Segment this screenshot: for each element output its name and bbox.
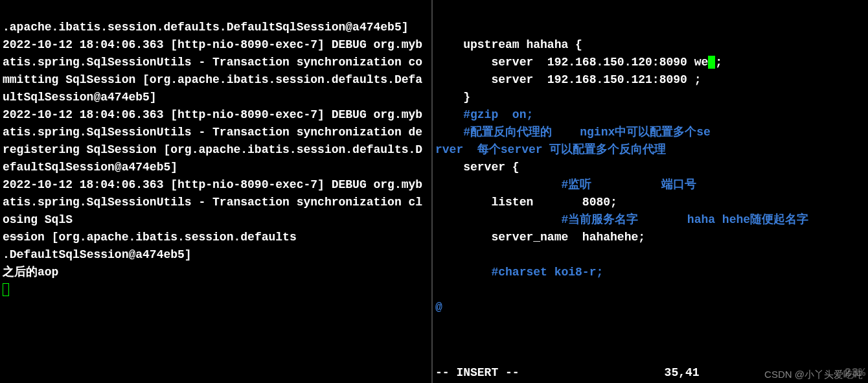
comment-line: #gzip on; — [435, 108, 533, 121]
config-line: ; — [715, 56, 722, 69]
vim-position: 35,41 — [665, 364, 700, 382]
watermark-text: CSDN @小丫头爱吃吨 — [764, 367, 863, 382]
config-line: server 192.168.150.120:8090 we — [435, 56, 708, 69]
config-line: listen 8080; — [435, 196, 617, 209]
comment-line: #配置反向代理的 nginx中可以配置多个se — [435, 126, 711, 139]
log-text: e — [3, 231, 10, 244]
terminal-left-pane[interactable]: .apache.ibatis.session.defaults.DefaultS… — [0, 0, 433, 383]
vim-file-marker: @ — [435, 301, 442, 314]
log-entry: 2022-10-12 18:04:06.363 [http-nio-8090-e… — [3, 108, 422, 174]
log-text: ion [org.apache.ibatis.session.defaults — [23, 231, 296, 244]
footer-text: 之后的aop — [3, 266, 58, 279]
log-text: .D — [3, 248, 17, 261]
vim-mode: -- INSERT -- — [435, 364, 520, 382]
comment-line: rver 每个server 可以配置多个反向代理 — [435, 143, 666, 156]
terminal-right-pane[interactable]: upstream hahaha { server 192.168.150.120… — [433, 0, 868, 383]
log-text: e — [17, 248, 24, 261]
comment-line: #监听 端口号 — [435, 178, 696, 191]
log-text: ss — [10, 231, 24, 244]
config-line: upstream hahaha { — [435, 38, 582, 51]
config-line: server_name hahahehe; — [435, 231, 645, 244]
config-line: } — [435, 91, 470, 104]
cursor-icon — [3, 283, 9, 296]
comment-line: #当前服务名字 haha hehe随便起名字 — [435, 213, 808, 226]
log-text: .apache.ibatis.session.defaults.DefaultS… — [3, 21, 409, 34]
log-entry: 2022-10-12 18:04:06.363 [http-nio-8090-e… — [3, 178, 422, 226]
comment-line: #charset koi8-r; — [435, 266, 603, 279]
config-line: server { — [435, 161, 520, 174]
log-text: faultSqlSession@a474eb5] — [23, 248, 191, 261]
log-entry: 2022-10-12 18:04:06.363 [http-nio-8090-e… — [3, 38, 422, 104]
config-line: server 192.168.150.121:8090 ; — [435, 73, 701, 86]
cursor-icon — [708, 56, 715, 69]
